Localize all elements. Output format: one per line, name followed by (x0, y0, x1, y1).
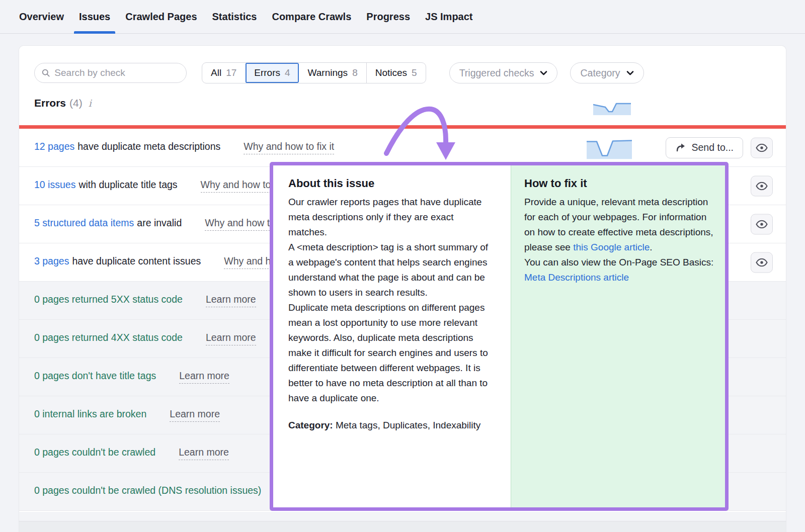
issue-count-link[interactable]: 5 structured data items (34, 217, 134, 229)
site-audit-issues-page: { "nav": { "active": "Issues", "tabs": [… (0, 0, 805, 532)
issue-row-text: 0 pages returned 4XX status codeLearn mo… (34, 332, 256, 345)
next-row-partial (19, 512, 786, 521)
section-title: Errors (34, 97, 66, 109)
filter-label: Warnings (308, 67, 348, 78)
category-value: Meta tags, Duplicates, Indexability (333, 420, 481, 430)
filter-count: 4 (285, 67, 290, 78)
chevron-down-icon (540, 70, 547, 75)
eye-icon (756, 258, 768, 267)
top-nav: OverviewIssuesCrawled PagesStatisticsCom… (0, 0, 805, 34)
filter-warnings[interactable]: Warnings8 (299, 63, 366, 83)
trend-sparkline (587, 136, 632, 159)
issue-help-link[interactable]: Learn more (179, 370, 229, 384)
issue-text: with duplicate title tags (78, 179, 177, 191)
filter-count: 5 (412, 67, 417, 78)
filter-label: All (211, 67, 221, 78)
eye-button[interactable] (751, 175, 773, 196)
issue-text: 0 pages couldn't be crawled (34, 447, 155, 458)
issue-text: have duplicate meta descriptions (77, 141, 220, 152)
issue-text: 0 pages returned 5XX status code (34, 294, 183, 305)
eye-icon (756, 220, 768, 228)
eye-button[interactable] (751, 214, 773, 234)
info-icon[interactable]: i (89, 98, 92, 109)
issue-help-link[interactable]: Learn more (170, 408, 220, 422)
eye-icon (756, 182, 768, 190)
issue-text: are invalid (137, 217, 182, 229)
severity-segmented-control: All17Errors4Warnings8Notices5 (202, 62, 426, 83)
issue-help-link[interactable]: Learn more (206, 332, 256, 345)
search-icon (42, 68, 50, 77)
issue-count-link[interactable]: 3 pages (34, 255, 69, 267)
errors-section-header: Errors (4) i (34, 97, 92, 109)
issue-help-link[interactable]: Why and how to fix it (244, 141, 334, 154)
dropdown-label: Category (580, 67, 620, 79)
tab-js-impact[interactable]: JS Impact (425, 0, 472, 34)
google-article-link[interactable]: this Google article (573, 242, 650, 252)
issue-row-text: 0 pages don't have title tagsLearn more (34, 370, 229, 384)
filter-label: Notices (375, 67, 407, 78)
filter-errors[interactable]: Errors4 (245, 63, 298, 83)
about-paragraph: A <meta description> tag is a short summ… (288, 240, 489, 300)
filter-count: 8 (352, 67, 358, 78)
filters-toolbar: All17Errors4Warnings8Notices5 Triggered … (19, 62, 786, 83)
tab-crawled-pages[interactable]: Crawled Pages (125, 0, 197, 34)
about-paragraph: Our crawler reports pages that have dupl… (288, 195, 489, 240)
send-arrow-icon (675, 143, 686, 153)
issue-details-popup: About this issue Our crawler reports pag… (270, 162, 729, 511)
issue-row-text: 0 pages couldn't be crawledLearn more (34, 447, 229, 460)
section-count: (4) (69, 97, 83, 109)
dropdown-label: Triggered checks (459, 67, 534, 79)
issue-row-text: 0 pages returned 5XX status codeLearn mo… (34, 294, 256, 307)
issue-help-link[interactable]: Learn more (179, 447, 229, 460)
fix-text: You can also view the On-Page SEO Basics… (524, 257, 713, 268)
issue-help-link[interactable]: Learn more (206, 294, 256, 307)
filter-label: Errors (254, 67, 280, 78)
eye-button[interactable] (751, 137, 773, 158)
issue-row-text: 12 pageshave duplicate meta descriptions… (34, 141, 334, 154)
how-to-fix-panel: How to fix it Provide a unique, relevant… (511, 165, 725, 507)
issue-text: 0 internal links are broken (34, 408, 146, 420)
fix-title: How to fix it (524, 177, 716, 190)
next-section-strip (19, 521, 786, 532)
issue-text: 0 pages don't have title tags (34, 370, 156, 382)
tab-issues[interactable]: Issues (79, 0, 110, 34)
tab-progress[interactable]: Progress (366, 0, 410, 34)
category-dropdown[interactable]: Category (570, 62, 643, 83)
nav-tabs-container: OverviewIssuesCrawled PagesStatisticsCom… (19, 0, 473, 34)
filter-all[interactable]: All17 (202, 63, 245, 83)
dropdown-filters: Triggered checksCategory (426, 62, 644, 83)
category-line: Category: Meta tags, Duplicates, Indexab… (288, 418, 489, 433)
about-title: About this issue (288, 177, 489, 190)
triggered-checks-dropdown[interactable]: Triggered checks (449, 62, 558, 83)
fix-text: . (650, 242, 652, 252)
search-input[interactable] (54, 67, 179, 78)
issue-row-text: 0 internal links are brokenLearn more (34, 408, 220, 422)
send-to-label: Send to... (692, 142, 734, 153)
send-to-button[interactable]: Send to... (666, 137, 743, 158)
issue-text: 0 pages returned 4XX status code (34, 332, 183, 343)
issue-text: have duplicate content issues (72, 255, 201, 267)
annotation-arrow-icon (375, 97, 463, 167)
chevron-down-icon (626, 70, 634, 75)
filter-count: 17 (226, 67, 236, 78)
issue-row-text: 10 issueswith duplicate title tagsWhy an… (34, 179, 291, 193)
tab-statistics[interactable]: Statistics (212, 0, 257, 34)
issue-row-text: 5 structured data itemsare invalidWhy an… (34, 217, 295, 231)
about-paragraph: Duplicate meta descriptions on different… (288, 300, 489, 406)
tab-overview[interactable]: Overview (19, 0, 64, 34)
issue-count-link[interactable]: 10 issues (34, 179, 75, 191)
meta-descriptions-article-link[interactable]: Meta Descriptions article (524, 272, 629, 283)
eye-icon (756, 143, 768, 152)
search-by-check-box[interactable] (34, 63, 187, 83)
issue-text: 0 pages couldn't be crawled (DNS resolut… (34, 485, 261, 496)
category-label: Category: (288, 420, 333, 430)
section-trend-sparkline (593, 100, 631, 115)
tab-compare-crawls[interactable]: Compare Crawls (272, 0, 351, 34)
filter-notices[interactable]: Notices5 (366, 63, 426, 83)
eye-button[interactable] (751, 252, 773, 273)
issue-count-link[interactable]: 12 pages (34, 141, 74, 152)
about-this-issue-panel: About this issue Our crawler reports pag… (273, 165, 511, 507)
